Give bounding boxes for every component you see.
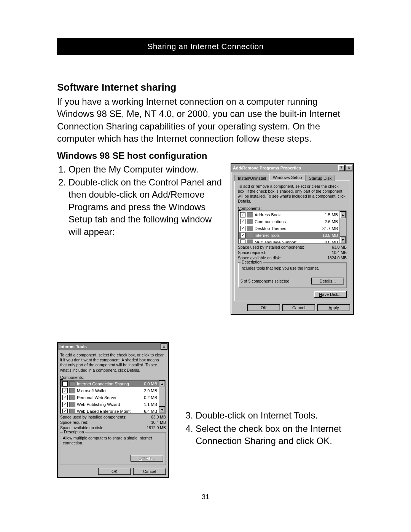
space-used-value: 63.0 MB [151,415,166,419]
section-title-software-sharing: Software Internet sharing [57,81,354,93]
space-avail-value: 1812.0 MB [147,425,166,430]
list-item: Web Publishing Wizard 1.1 MB [61,401,159,408]
instructions-text: To add a component, select the check box… [60,353,166,373]
apply-button[interactable]: Apply [317,304,350,311]
globe-icon [69,402,75,407]
ok-button[interactable]: OK [98,468,131,475]
internet-tools-icon [247,233,253,238]
list-item-selected: Internet Connection Sharing 0.0 MB [61,380,159,387]
step-1: Open the My Computer window. [68,163,223,176]
wallet-icon [69,388,75,393]
checkbox-icon[interactable] [240,233,245,238]
list-item: Multilanguage Support 0.0 MB [239,239,339,244]
checkbox-icon[interactable] [240,240,245,244]
components-label: Components: [238,206,347,211]
globe-icon [69,409,75,414]
details-button[interactable]: Details... [311,278,344,284]
space-used-label: Space used by installed components: [238,245,304,249]
list-item: Personal Web Server 0.2 MB [61,394,159,401]
list-item: Desktop Themes 31.7 MB [239,225,339,232]
page-header: Sharing an Internet Connection [57,38,354,55]
description-text: Allow multiple computers to share a sing… [63,436,163,446]
space-used-label: Space used by installed components: [60,415,126,419]
communications-icon [247,219,253,224]
components-label: Components: [60,375,166,380]
section-body: If you have a working Internet connectio… [57,96,354,145]
step-3: Double-click on Internet Tools. [196,409,354,422]
scroll-up-icon[interactable]: ▲ [159,380,165,387]
checkbox-icon[interactable] [240,219,245,224]
server-icon [69,395,75,400]
cancel-button[interactable]: Cancel [133,468,166,475]
cancel-button[interactable]: Cancel [282,304,315,311]
tab-windows-setup[interactable]: Windows Setup [269,174,305,181]
list-item: Microsoft Wallet 2.9 MB [61,387,159,394]
dialog-title: Internet Tools [59,344,87,349]
checkbox-icon[interactable] [62,388,68,393]
ics-icon [69,381,75,387]
scroll-up-icon[interactable]: ▲ [340,211,346,218]
description-text: Includes tools that help you use the Int… [241,266,344,271]
dialog-internet-tools: Internet Tools × To add a component, sel… [57,342,169,478]
dialog-title: Add/Remove Programs Properties [233,166,301,170]
scroll-down-icon[interactable]: ▼ [340,236,346,243]
close-icon[interactable]: × [346,165,352,171]
section-title-win98: Windows 98 SE host configuration [57,150,354,161]
checkbox-icon[interactable] [240,226,245,231]
scroll-down-icon[interactable]: ▼ [159,406,165,413]
checkbox-icon[interactable] [62,402,68,407]
description-group-label: Description [241,260,263,264]
list-item-selected: Internet Tools 10.5 MB [239,232,339,239]
page-number: 31 [57,493,354,501]
globe-icon [247,240,253,244]
ok-button[interactable]: OK [247,304,280,311]
checkbox-icon[interactable] [62,381,68,387]
list-item: Address Book 1.5 MB [239,211,339,218]
help-icon[interactable]: ? [338,165,345,171]
components-listbox[interactable]: Address Book 1.5 MB Communications 2.6 M… [238,211,347,244]
space-required-value: 10.4 MB [332,250,347,255]
instructions-text: To add or remove a component, select or … [238,184,347,204]
space-required-label: Space required: [238,250,266,255]
space-required-value: 10.4 MB [151,420,166,425]
components-listbox[interactable]: Internet Connection Sharing 0.0 MB Micro… [60,380,166,414]
checkbox-icon[interactable] [62,395,68,400]
step-2: Double-click on the Control Panel and th… [68,176,223,238]
close-icon[interactable]: × [161,343,167,350]
step-4: Select the check box on the Internet Con… [196,423,354,447]
book-icon [247,212,253,217]
have-disk-button[interactable]: Have Disk... [314,291,347,298]
selected-count: 5 of 5 components selected [241,279,289,283]
checkbox-icon[interactable] [240,212,245,217]
details-button: Details... [131,455,163,462]
tab-startup-disk[interactable]: Startup Disk [305,175,335,181]
space-used-value: 63.0 MB [332,245,347,249]
space-required-label: Space required: [60,420,88,425]
list-item: Communications 2.6 MB [239,218,339,225]
themes-icon [247,226,253,231]
space-avail-value: 1824.0 MB [327,256,347,260]
list-item: Web-Based Enterprise Mgmt 6.4 MB [61,408,159,414]
scrollbar[interactable]: ▲ ▼ [339,211,346,243]
checkbox-icon[interactable] [62,409,68,414]
description-group-label: Description [63,430,85,434]
tab-install-uninstall[interactable]: Install/Uninstall [234,175,269,181]
scrollbar[interactable]: ▲ ▼ [159,380,165,413]
dialog-add-remove-programs: Add/Remove Programs Properties ? × Insta… [231,163,354,315]
